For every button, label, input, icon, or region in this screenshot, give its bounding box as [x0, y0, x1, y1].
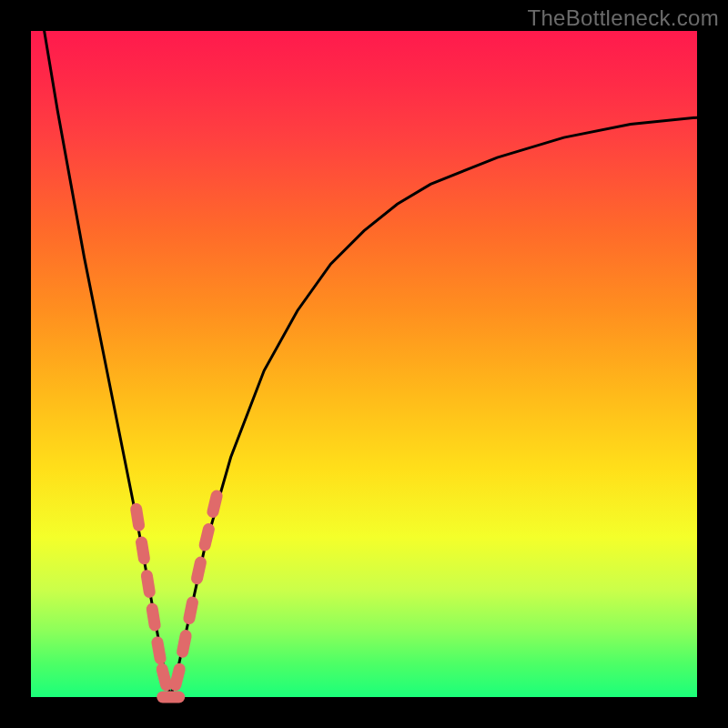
highlight-dot — [157, 642, 160, 659]
highlight-dot — [142, 542, 145, 559]
highlight-dot — [136, 509, 139, 525]
plot-area — [31, 31, 697, 697]
bottleneck-curve — [45, 31, 697, 697]
highlight-dot — [197, 562, 201, 579]
highlight-dot — [213, 496, 217, 512]
highlight-dot — [147, 576, 149, 592]
highlight-dot — [176, 669, 179, 684]
highlight-dot — [152, 609, 155, 625]
highlight-dot — [205, 530, 208, 546]
highlight-dot — [183, 636, 187, 652]
curve-layer — [31, 31, 697, 697]
highlight-dot — [189, 602, 193, 619]
highlight-dot — [162, 669, 166, 684]
watermark-text: TheBottleneck.com — [527, 5, 719, 31]
chart-frame: TheBottleneck.com — [0, 0, 728, 728]
highlight-dots — [136, 496, 217, 697]
